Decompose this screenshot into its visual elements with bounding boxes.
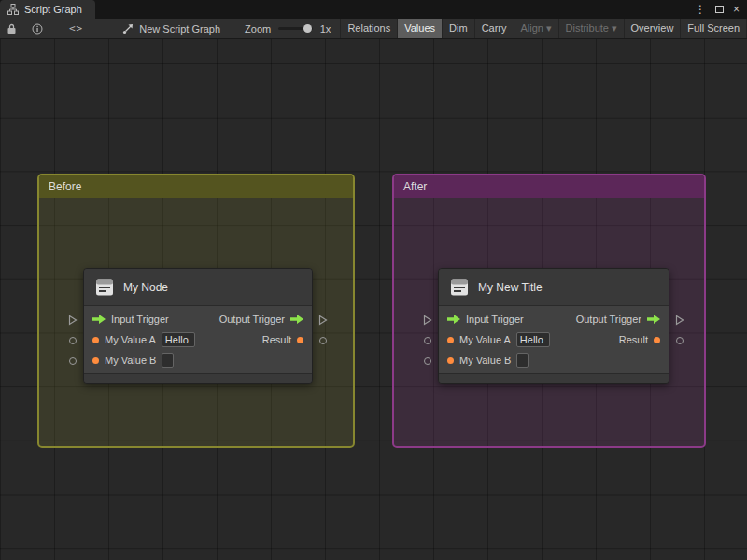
tab-bar: Script Graph ⋮ × (0, 0, 747, 19)
zoom-slider-thumb[interactable] (303, 24, 312, 33)
group-title: After (403, 180, 427, 193)
align-dropdown[interactable]: Align ▾ (514, 19, 558, 39)
node-footer (439, 373, 669, 383)
node-header[interactable]: My New Title (439, 269, 669, 306)
unit-icon (449, 277, 470, 298)
graph-name[interactable]: New Script Graph (122, 23, 220, 35)
node-header[interactable]: My Node (84, 269, 312, 306)
value-a-input[interactable] (516, 332, 550, 347)
node-body: Input Trigger Output Trigger My Valu (84, 306, 312, 373)
lock-icon[interactable] (7, 19, 17, 39)
window-controls: ⋮ × (695, 0, 747, 19)
external-result-port[interactable] (319, 337, 327, 344)
toolbar-buttons: Relations Values Dim Carry Align ▾ Distr… (340, 19, 747, 39)
output-trigger-port-icon[interactable] (290, 315, 303, 324)
overview-button[interactable]: Overview (624, 19, 681, 39)
input-trigger-port-icon[interactable] (92, 315, 106, 324)
external-value-b-port[interactable] (424, 357, 431, 365)
zoom-slider[interactable] (278, 27, 313, 30)
result-label: Result (262, 334, 291, 345)
node-body: Input Trigger Output Trigger My Valu (439, 306, 669, 373)
external-output-trigger-port[interactable] (675, 315, 684, 326)
result-label: Result (619, 334, 648, 345)
group-before-header[interactable]: Before (39, 175, 353, 198)
output-trigger-label: Output Trigger (219, 314, 285, 325)
tab-label: Script Graph (24, 4, 82, 15)
external-value-a-port[interactable] (69, 337, 77, 344)
graph-name-label: New Script Graph (139, 23, 220, 35)
external-value-a-port[interactable] (424, 337, 431, 344)
group-after[interactable]: After My New Title (392, 174, 706, 448)
tab-script-graph[interactable]: Script Graph (0, 0, 95, 19)
distribute-label: Distribute (566, 19, 609, 38)
value-a-port-icon[interactable] (447, 337, 454, 343)
relations-button[interactable]: Relations (340, 19, 397, 39)
maximize-icon[interactable] (715, 6, 724, 13)
script-graph-window: Script Graph ⋮ × <> (0, 0, 747, 560)
output-trigger-port-icon[interactable] (647, 315, 660, 324)
group-title: Before (49, 180, 81, 193)
value-b-label: My Value B (459, 355, 511, 366)
result-port-icon[interactable] (297, 337, 303, 343)
result-port-icon[interactable] (654, 337, 660, 343)
value-a-port-icon[interactable] (92, 337, 99, 343)
output-trigger-label: Output Trigger (576, 314, 641, 325)
group-before[interactable]: Before My Node (37, 174, 355, 448)
node-my-node[interactable]: My Node Input Trigger Output Trigger (83, 268, 313, 384)
input-trigger-port-icon[interactable] (447, 315, 460, 324)
node-my-new-title[interactable]: My New Title Input Trigger Output Trigge… (438, 268, 669, 384)
external-input-trigger-port[interactable] (423, 315, 432, 326)
zoom-label: Zoom (245, 23, 271, 35)
chevron-down-icon: ▾ (546, 19, 552, 38)
carry-button[interactable]: Carry (474, 19, 514, 39)
fullscreen-button[interactable]: Full Screen (680, 19, 746, 39)
script-graph-icon (7, 4, 19, 15)
trigger-row: Input Trigger Output Trigger (439, 309, 669, 329)
value-b-row: My Value B (84, 350, 312, 371)
external-value-b-port[interactable] (69, 357, 77, 365)
trigger-row: Input Trigger Output Trigger (84, 309, 312, 329)
value-a-label: My Value A (459, 334, 511, 345)
unit-icon (94, 277, 115, 298)
value-b-label: My Value B (105, 355, 156, 366)
value-a-row: My Value A Result (84, 329, 312, 350)
group-after-header[interactable]: After (394, 175, 704, 198)
distribute-dropdown[interactable]: Distribute ▾ (558, 19, 624, 39)
input-trigger-label: Input Trigger (111, 314, 169, 325)
chevron-down-icon: ▾ (612, 19, 617, 38)
close-icon[interactable]: × (733, 0, 740, 19)
value-b-port-icon[interactable] (447, 357, 454, 364)
graph-canvas[interactable]: Before My Node (0, 39, 747, 560)
graph-toolbar: <> New Script Graph Zoom 1x Relations Va… (0, 19, 747, 39)
value-b-input[interactable] (516, 353, 529, 368)
external-result-port[interactable] (676, 337, 684, 344)
value-b-row: My Value B (439, 350, 669, 371)
value-a-label: My Value A (105, 334, 156, 345)
external-input-trigger-port[interactable] (68, 315, 78, 326)
value-a-input[interactable] (162, 332, 195, 347)
value-b-input[interactable] (162, 353, 174, 368)
code-icon[interactable]: <> (69, 19, 83, 39)
align-label: Align (521, 19, 543, 38)
value-b-port-icon[interactable] (92, 357, 99, 364)
node-footer (84, 373, 312, 383)
graph-asset-icon (122, 23, 134, 35)
kebab-menu-icon[interactable]: ⋮ (695, 0, 706, 19)
node-title: My New Title (478, 281, 543, 294)
value-a-row: My Value A Result (439, 329, 669, 350)
input-trigger-label: Input Trigger (466, 314, 524, 325)
external-output-trigger-port[interactable] (318, 315, 328, 326)
dim-button[interactable]: Dim (442, 19, 474, 39)
info-icon[interactable] (32, 19, 43, 39)
values-button[interactable]: Values (397, 19, 442, 39)
node-title: My Node (123, 281, 168, 294)
zoom-value: 1x (320, 23, 331, 35)
